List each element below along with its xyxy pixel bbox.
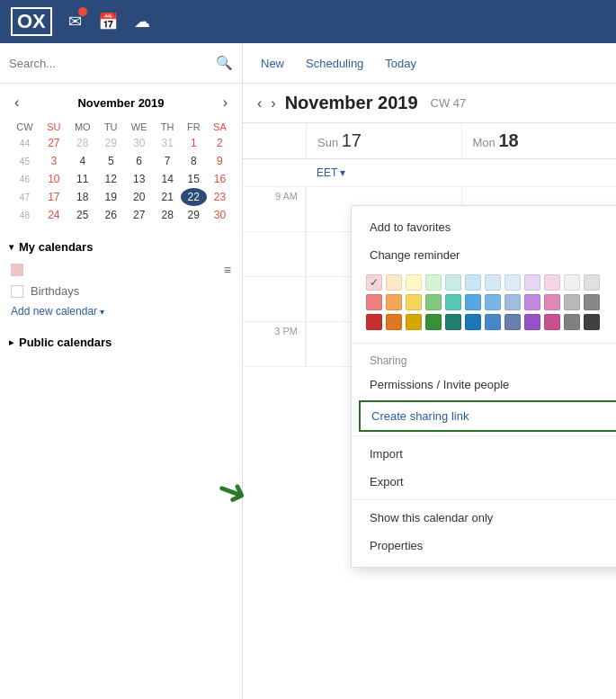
day-cell[interactable]: 22 [181, 188, 207, 206]
color-swatch[interactable] [584, 314, 600, 330]
search-input[interactable] [9, 57, 216, 70]
day-cell[interactable]: 7 [155, 152, 181, 170]
day-cell[interactable]: 10 [40, 170, 67, 188]
color-swatch[interactable] [406, 314, 422, 330]
day-cell[interactable]: 19 [98, 188, 124, 206]
day-cell[interactable]: 11 [67, 170, 98, 188]
day-cell[interactable]: 29 [181, 206, 207, 224]
color-swatch[interactable] [564, 294, 580, 310]
cw-cell: 48 [9, 206, 40, 224]
day-cell[interactable]: 28 [67, 134, 98, 152]
add-to-favorites-item[interactable]: Add to favorites [352, 213, 616, 241]
eet-timezone[interactable]: EET ▾ [306, 163, 461, 183]
day-cell[interactable]: 23 [207, 188, 233, 206]
color-swatch[interactable] [445, 294, 461, 310]
my-calendars-header[interactable]: ▾ My calendars [9, 240, 233, 254]
color-swatch[interactable] [485, 294, 501, 310]
day-cell[interactable]: 3 [40, 152, 67, 170]
export-item[interactable]: Export [352, 468, 616, 496]
day-cell[interactable]: 31 [155, 134, 181, 152]
color-swatch[interactable] [425, 314, 442, 330]
cal-prev-button[interactable]: ‹ [257, 95, 262, 112]
day-cell[interactable]: 12 [98, 170, 124, 188]
mini-cal-next-button[interactable]: › [218, 93, 233, 112]
my-calendars-section: ▾ My calendars ≡ ➜ Birthdays Add new cal… [0, 233, 242, 328]
day-cell[interactable]: 5 [98, 152, 124, 170]
day-cell[interactable]: 20 [124, 188, 155, 206]
color-swatch[interactable] [465, 294, 481, 310]
color-swatch[interactable] [386, 314, 402, 330]
color-swatch[interactable] [564, 314, 580, 330]
day-cell[interactable]: 4 [67, 152, 98, 170]
color-swatch[interactable] [524, 274, 540, 291]
day-cell[interactable]: 8 [181, 152, 207, 170]
color-swatch[interactable] [406, 274, 422, 291]
color-swatch[interactable] [406, 294, 422, 310]
mini-cal-prev-button[interactable]: ‹ [9, 93, 24, 112]
my-calendars-arrow-icon: ▾ [9, 242, 13, 252]
public-calendars-header[interactable]: ▸ Public calendars [9, 336, 233, 349]
color-swatch[interactable] [366, 314, 382, 330]
color-swatch[interactable] [425, 274, 442, 291]
show-only-item[interactable]: Show this calendar only [352, 504, 616, 532]
color-swatch[interactable] [485, 274, 501, 291]
day-cell[interactable]: 30 [124, 134, 155, 152]
color-swatch[interactable] [386, 294, 402, 310]
day-cell[interactable]: 29 [98, 134, 124, 152]
calendar-icon[interactable]: 📅 [98, 12, 118, 31]
day-cell[interactable]: 15 [181, 170, 207, 188]
color-swatch[interactable] [366, 274, 382, 291]
color-swatch[interactable] [465, 274, 481, 291]
day-cell[interactable]: 27 [40, 134, 67, 152]
permissions-item[interactable]: Permissions / Invite people [352, 371, 616, 399]
color-swatch[interactable] [425, 294, 442, 310]
color-swatch[interactable] [544, 274, 560, 291]
today-button[interactable]: Today [381, 55, 420, 72]
day-cell[interactable]: 9 [207, 152, 233, 170]
day-cell[interactable]: 21 [155, 188, 181, 206]
import-item[interactable]: Import [352, 440, 616, 468]
day-cell[interactable]: 27 [124, 206, 155, 224]
day-cell[interactable]: 24 [40, 206, 67, 224]
day-cell[interactable]: 16 [207, 170, 233, 188]
color-swatch[interactable] [366, 294, 382, 310]
cal-next-button[interactable]: › [271, 95, 275, 112]
day-cell[interactable]: 1 [181, 134, 207, 152]
color-swatch[interactable] [504, 294, 521, 310]
day-cell[interactable]: 2 [207, 134, 233, 152]
day-cell[interactable]: 30 [207, 206, 233, 224]
col-tu: TU [98, 120, 124, 134]
color-swatch[interactable] [504, 274, 521, 291]
col-we: WE [124, 120, 155, 134]
mail-icon[interactable]: ✉ [68, 12, 82, 31]
scheduling-button[interactable]: Scheduling [302, 55, 367, 72]
hamburger-icon[interactable]: ≡ [224, 263, 231, 277]
color-swatch[interactable] [504, 314, 521, 330]
day-cell[interactable]: 18 [67, 188, 98, 206]
color-swatch[interactable] [445, 314, 461, 330]
day-cell[interactable]: 13 [124, 170, 155, 188]
cloud-icon[interactable]: ☁ [134, 12, 150, 31]
create-sharing-link-item[interactable]: Create sharing link [359, 400, 616, 432]
day-cell[interactable]: 25 [67, 206, 98, 224]
color-swatch[interactable] [544, 294, 560, 310]
add-calendar-button[interactable]: Add new calendar ▾ [9, 301, 233, 321]
properties-item[interactable]: Properties [352, 532, 616, 560]
color-swatch[interactable] [524, 314, 540, 330]
color-swatch[interactable] [445, 274, 461, 291]
day-cell[interactable]: 28 [155, 206, 181, 224]
day-cell[interactable]: 26 [98, 206, 124, 224]
day-cell[interactable]: 6 [124, 152, 155, 170]
color-swatch[interactable] [485, 314, 501, 330]
color-swatch[interactable] [524, 294, 540, 310]
new-button[interactable]: New [257, 55, 288, 72]
color-swatch[interactable] [584, 274, 600, 291]
color-swatch[interactable] [584, 294, 600, 310]
day-cell[interactable]: 17 [40, 188, 67, 206]
color-swatch[interactable] [465, 314, 481, 330]
color-swatch[interactable] [386, 274, 402, 291]
day-cell[interactable]: 14 [155, 170, 181, 188]
color-swatch[interactable] [564, 274, 580, 291]
color-swatch[interactable] [544, 314, 560, 330]
change-reminder-item[interactable]: Change reminder [352, 241, 616, 269]
